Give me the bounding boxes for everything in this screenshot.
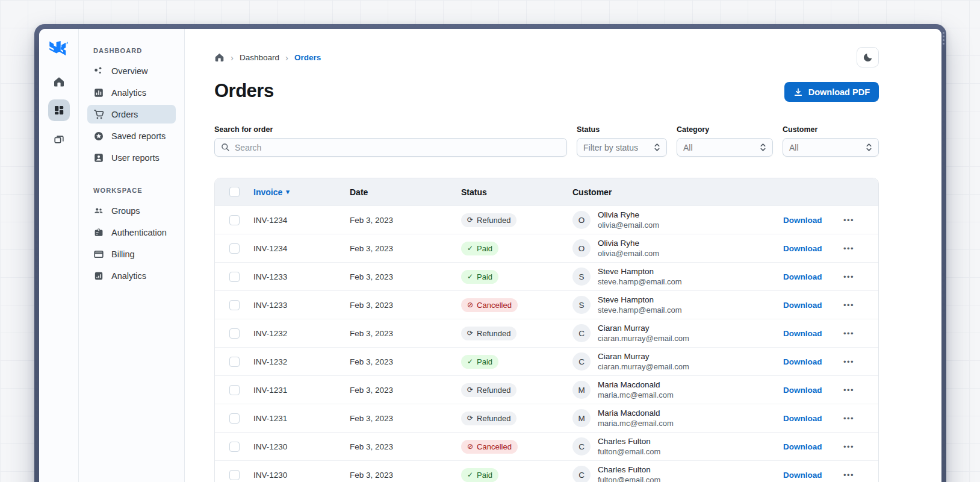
avatar: C bbox=[572, 352, 591, 371]
customer-email: steve.hamp@email.com bbox=[598, 305, 682, 315]
rail-home-button[interactable] bbox=[48, 71, 70, 93]
row-menu-button[interactable]: ••• bbox=[843, 272, 878, 281]
customer-name: Maria Macdonald bbox=[598, 380, 674, 389]
row-menu-button[interactable]: ••• bbox=[843, 414, 878, 423]
column-invoice-label: Invoice bbox=[253, 187, 282, 197]
invoice-cell: INV-1231 bbox=[253, 386, 350, 395]
avatar: S bbox=[572, 268, 591, 286]
row-checkbox[interactable] bbox=[229, 243, 240, 254]
status-icon: ✓ bbox=[467, 273, 473, 280]
sidebar-item-analytics[interactable]: Analytics bbox=[87, 83, 176, 102]
download-link[interactable]: Download bbox=[783, 272, 822, 281]
status-select-value: Filter by status bbox=[583, 143, 638, 152]
download-link[interactable]: Download bbox=[783, 386, 822, 395]
icon-rail bbox=[39, 29, 79, 482]
customer-name: Steve Hampton bbox=[598, 295, 682, 304]
nav-section-workspace: WORKSPACE bbox=[87, 187, 176, 194]
table-row: INV-1233 Feb 3, 2023 ⊘ Cancelled S Steve… bbox=[215, 290, 878, 319]
download-pdf-button[interactable]: Download PDF bbox=[784, 82, 879, 102]
theme-toggle-button[interactable] bbox=[857, 47, 879, 67]
status-chip: ⟳ Refunded bbox=[461, 213, 516, 227]
avatar: O bbox=[572, 239, 591, 257]
sidebar-item-overview[interactable]: Overview bbox=[87, 61, 176, 80]
sidebar-item-billing[interactable]: Billing bbox=[87, 245, 176, 263]
sidebar-item-saved-reports[interactable]: Saved reports bbox=[87, 127, 176, 145]
row-menu-button[interactable]: ••• bbox=[843, 471, 878, 480]
orders-table: Invoice ▾ Date Status Customer INV-1234 … bbox=[214, 178, 879, 482]
status-select[interactable]: Filter by status bbox=[577, 138, 667, 157]
row-checkbox[interactable] bbox=[229, 470, 240, 480]
app-window: DASHBOARD Overview Analytics Orders Save… bbox=[34, 24, 946, 482]
status-icon: ⊘ bbox=[467, 443, 473, 450]
table-row: INV-1232 Feb 3, 2023 ✓ Paid C Ciaran Mur… bbox=[215, 347, 878, 375]
download-link[interactable]: Download bbox=[783, 244, 822, 253]
row-checkbox[interactable] bbox=[229, 272, 240, 282]
download-link[interactable]: Download bbox=[783, 357, 822, 366]
breadcrumb-orders[interactable]: Orders bbox=[294, 53, 321, 62]
rail-layers-button[interactable] bbox=[48, 128, 70, 149]
person-badge-icon bbox=[93, 152, 104, 163]
row-checkbox[interactable] bbox=[229, 300, 240, 310]
sidebar-item-user-reports[interactable]: User reports bbox=[87, 148, 176, 167]
mui-logo-icon bbox=[49, 41, 69, 58]
invoice-cell: INV-1230 bbox=[253, 442, 350, 451]
row-menu-button[interactable]: ••• bbox=[843, 386, 878, 395]
status-filter-label: Status bbox=[577, 125, 667, 134]
download-link[interactable]: Download bbox=[783, 414, 822, 423]
row-checkbox[interactable] bbox=[229, 442, 240, 452]
category-select[interactable]: All bbox=[677, 138, 773, 157]
customer-email: olivia@email.com bbox=[598, 221, 659, 230]
customer-name: Ciaran Murray bbox=[598, 324, 689, 333]
row-menu-button[interactable]: ••• bbox=[843, 301, 878, 310]
rail-dashboard-button[interactable] bbox=[48, 99, 70, 121]
customer-email: olivia@email.com bbox=[598, 249, 659, 258]
customer-name: Steve Hampton bbox=[598, 267, 682, 276]
moon-icon bbox=[863, 52, 873, 63]
chevron-right-icon: › bbox=[231, 53, 234, 62]
date-cell: Feb 3, 2023 bbox=[350, 414, 461, 423]
shopping-cart-icon bbox=[93, 109, 104, 120]
row-checkbox[interactable] bbox=[229, 215, 240, 225]
sidebar-item-orders[interactable]: Orders bbox=[87, 105, 176, 124]
status-chip: ⊘ Cancelled bbox=[461, 440, 518, 454]
breadcrumb-dashboard[interactable]: Dashboard bbox=[240, 53, 279, 62]
column-invoice[interactable]: Invoice ▾ bbox=[253, 187, 350, 197]
row-menu-button[interactable]: ••• bbox=[843, 442, 878, 451]
table-row: INV-1231 Feb 3, 2023 ⟳ Refunded M Maria … bbox=[215, 375, 878, 404]
date-cell: Feb 3, 2023 bbox=[350, 442, 461, 451]
home-icon[interactable] bbox=[214, 52, 225, 63]
customer-name: Charles Fulton bbox=[598, 437, 660, 446]
table-row: INV-1230 Feb 3, 2023 ✓ Paid C Charles Fu… bbox=[215, 460, 878, 482]
download-link[interactable]: Download bbox=[783, 216, 822, 225]
download-link[interactable]: Download bbox=[783, 329, 822, 338]
table-row: INV-1234 Feb 3, 2023 ✓ Paid O Olivia Ryh… bbox=[215, 234, 878, 262]
sidebar-item-label: Billing bbox=[111, 249, 135, 259]
table-row: INV-1232 Feb 3, 2023 ⟳ Refunded C Ciaran… bbox=[215, 319, 878, 347]
people-icon bbox=[93, 205, 104, 216]
search-input[interactable] bbox=[235, 143, 560, 152]
status-icon: ⟳ bbox=[467, 386, 473, 393]
row-menu-button[interactable]: ••• bbox=[843, 216, 878, 225]
row-menu-button[interactable]: ••• bbox=[843, 244, 878, 253]
select-all-checkbox[interactable] bbox=[229, 187, 240, 197]
customer-name: Maria Macdonald bbox=[598, 408, 674, 418]
row-menu-button[interactable]: ••• bbox=[843, 357, 878, 366]
download-link[interactable]: Download bbox=[783, 301, 822, 310]
row-checkbox[interactable] bbox=[229, 328, 240, 339]
row-menu-button[interactable]: ••• bbox=[843, 329, 878, 338]
select-arrows-icon bbox=[760, 143, 766, 152]
row-checkbox[interactable] bbox=[229, 357, 240, 367]
download-link[interactable]: Download bbox=[783, 471, 822, 480]
download-link[interactable]: Download bbox=[783, 442, 822, 451]
select-arrows-icon bbox=[866, 143, 872, 152]
sidebar-item-groups[interactable]: Groups bbox=[87, 201, 176, 220]
status-label: Paid bbox=[477, 272, 492, 281]
customer-email: ciaran.murray@email.com bbox=[598, 334, 689, 343]
avatar: M bbox=[572, 381, 591, 399]
sidebar-item-analytics-workspace[interactable]: Analytics bbox=[87, 266, 176, 285]
row-checkbox[interactable] bbox=[229, 413, 240, 424]
sidebar-item-authentication[interactable]: Authentication bbox=[87, 223, 176, 242]
customer-select[interactable]: All bbox=[783, 138, 879, 157]
window-scrollbar[interactable] bbox=[942, 32, 945, 45]
row-checkbox[interactable] bbox=[229, 385, 240, 395]
